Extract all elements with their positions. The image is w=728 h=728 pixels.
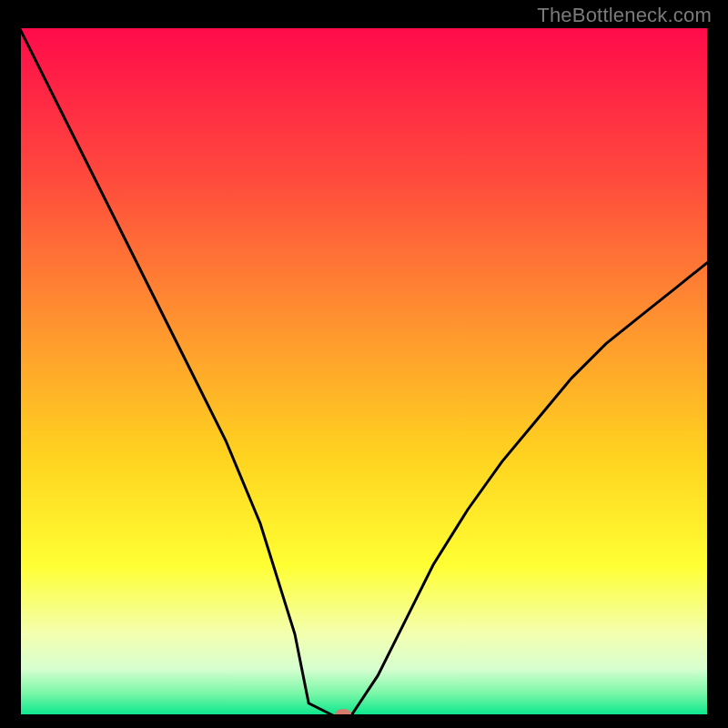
chart-container: TheBottleneck.com bbox=[0, 0, 728, 728]
plot-background bbox=[18, 25, 710, 717]
chart-svg bbox=[18, 25, 710, 717]
plot-frame bbox=[18, 25, 710, 717]
watermark-text: TheBottleneck.com bbox=[537, 4, 712, 27]
